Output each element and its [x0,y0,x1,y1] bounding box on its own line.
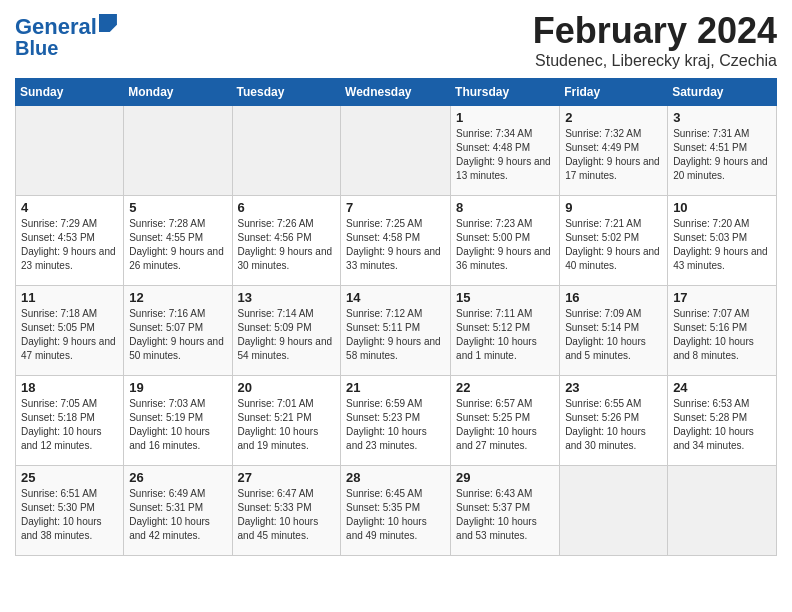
weekday-header-monday: Monday [124,79,232,106]
day-info: Sunrise: 6:59 AM Sunset: 5:23 PM Dayligh… [346,397,445,453]
calendar-table: SundayMondayTuesdayWednesdayThursdayFrid… [15,78,777,556]
weekday-header-wednesday: Wednesday [341,79,451,106]
day-number: 26 [129,470,226,485]
calendar-cell: 12Sunrise: 7:16 AM Sunset: 5:07 PM Dayli… [124,286,232,376]
title-area: February 2024 Studenec, Liberecky kraj, … [533,10,777,70]
calendar-cell: 9Sunrise: 7:21 AM Sunset: 5:02 PM Daylig… [560,196,668,286]
day-number: 3 [673,110,771,125]
calendar-cell: 7Sunrise: 7:25 AM Sunset: 4:58 PM Daylig… [341,196,451,286]
day-info: Sunrise: 7:26 AM Sunset: 4:56 PM Dayligh… [238,217,336,273]
day-info: Sunrise: 6:45 AM Sunset: 5:35 PM Dayligh… [346,487,445,543]
day-info: Sunrise: 7:31 AM Sunset: 4:51 PM Dayligh… [673,127,771,183]
day-number: 25 [21,470,118,485]
weekday-header-friday: Friday [560,79,668,106]
day-number: 12 [129,290,226,305]
calendar-cell: 25Sunrise: 6:51 AM Sunset: 5:30 PM Dayli… [16,466,124,556]
day-info: Sunrise: 7:03 AM Sunset: 5:19 PM Dayligh… [129,397,226,453]
calendar-cell [341,106,451,196]
day-number: 9 [565,200,662,215]
day-number: 6 [238,200,336,215]
calendar-cell [232,106,341,196]
day-info: Sunrise: 7:21 AM Sunset: 5:02 PM Dayligh… [565,217,662,273]
day-number: 22 [456,380,554,395]
day-info: Sunrise: 6:47 AM Sunset: 5:33 PM Dayligh… [238,487,336,543]
calendar-cell: 16Sunrise: 7:09 AM Sunset: 5:14 PM Dayli… [560,286,668,376]
day-number: 29 [456,470,554,485]
day-number: 10 [673,200,771,215]
logo-subtext: Blue [15,38,117,58]
week-row-4: 18Sunrise: 7:05 AM Sunset: 5:18 PM Dayli… [16,376,777,466]
day-number: 24 [673,380,771,395]
day-number: 15 [456,290,554,305]
calendar-cell: 11Sunrise: 7:18 AM Sunset: 5:05 PM Dayli… [16,286,124,376]
day-info: Sunrise: 6:49 AM Sunset: 5:31 PM Dayligh… [129,487,226,543]
week-row-1: 1Sunrise: 7:34 AM Sunset: 4:48 PM Daylig… [16,106,777,196]
calendar-cell: 28Sunrise: 6:45 AM Sunset: 5:35 PM Dayli… [341,466,451,556]
logo-text: General [15,16,97,38]
day-number: 14 [346,290,445,305]
day-number: 21 [346,380,445,395]
calendar-cell: 19Sunrise: 7:03 AM Sunset: 5:19 PM Dayli… [124,376,232,466]
day-info: Sunrise: 7:14 AM Sunset: 5:09 PM Dayligh… [238,307,336,363]
weekday-header-saturday: Saturday [668,79,777,106]
calendar-cell: 3Sunrise: 7:31 AM Sunset: 4:51 PM Daylig… [668,106,777,196]
day-info: Sunrise: 7:23 AM Sunset: 5:00 PM Dayligh… [456,217,554,273]
day-number: 11 [21,290,118,305]
day-number: 2 [565,110,662,125]
day-info: Sunrise: 6:51 AM Sunset: 5:30 PM Dayligh… [21,487,118,543]
week-row-3: 11Sunrise: 7:18 AM Sunset: 5:05 PM Dayli… [16,286,777,376]
day-number: 5 [129,200,226,215]
month-title: February 2024 [533,10,777,52]
calendar-cell: 6Sunrise: 7:26 AM Sunset: 4:56 PM Daylig… [232,196,341,286]
calendar-cell: 29Sunrise: 6:43 AM Sunset: 5:37 PM Dayli… [451,466,560,556]
day-number: 1 [456,110,554,125]
calendar-cell: 24Sunrise: 6:53 AM Sunset: 5:28 PM Dayli… [668,376,777,466]
calendar-cell: 27Sunrise: 6:47 AM Sunset: 5:33 PM Dayli… [232,466,341,556]
day-info: Sunrise: 7:05 AM Sunset: 5:18 PM Dayligh… [21,397,118,453]
calendar-cell: 18Sunrise: 7:05 AM Sunset: 5:18 PM Dayli… [16,376,124,466]
day-number: 8 [456,200,554,215]
day-info: Sunrise: 7:16 AM Sunset: 5:07 PM Dayligh… [129,307,226,363]
calendar-cell: 14Sunrise: 7:12 AM Sunset: 5:11 PM Dayli… [341,286,451,376]
day-info: Sunrise: 7:28 AM Sunset: 4:55 PM Dayligh… [129,217,226,273]
day-info: Sunrise: 7:12 AM Sunset: 5:11 PM Dayligh… [346,307,445,363]
day-info: Sunrise: 7:11 AM Sunset: 5:12 PM Dayligh… [456,307,554,363]
calendar-cell: 26Sunrise: 6:49 AM Sunset: 5:31 PM Dayli… [124,466,232,556]
logo-icon [99,14,117,32]
calendar-cell [668,466,777,556]
day-number: 7 [346,200,445,215]
day-number: 27 [238,470,336,485]
calendar-cell: 1Sunrise: 7:34 AM Sunset: 4:48 PM Daylig… [451,106,560,196]
day-info: Sunrise: 7:34 AM Sunset: 4:48 PM Dayligh… [456,127,554,183]
day-info: Sunrise: 7:25 AM Sunset: 4:58 PM Dayligh… [346,217,445,273]
calendar-cell: 5Sunrise: 7:28 AM Sunset: 4:55 PM Daylig… [124,196,232,286]
weekday-header-sunday: Sunday [16,79,124,106]
day-number: 4 [21,200,118,215]
calendar-cell: 22Sunrise: 6:57 AM Sunset: 5:25 PM Dayli… [451,376,560,466]
day-number: 28 [346,470,445,485]
calendar-cell [560,466,668,556]
weekday-header-row: SundayMondayTuesdayWednesdayThursdayFrid… [16,79,777,106]
location-title: Studenec, Liberecky kraj, Czechia [533,52,777,70]
calendar-cell [124,106,232,196]
day-info: Sunrise: 7:07 AM Sunset: 5:16 PM Dayligh… [673,307,771,363]
day-info: Sunrise: 7:20 AM Sunset: 5:03 PM Dayligh… [673,217,771,273]
calendar-cell [16,106,124,196]
calendar-cell: 23Sunrise: 6:55 AM Sunset: 5:26 PM Dayli… [560,376,668,466]
logo: General Blue [15,14,117,58]
calendar-cell: 17Sunrise: 7:07 AM Sunset: 5:16 PM Dayli… [668,286,777,376]
day-number: 23 [565,380,662,395]
day-number: 18 [21,380,118,395]
day-info: Sunrise: 7:18 AM Sunset: 5:05 PM Dayligh… [21,307,118,363]
day-number: 19 [129,380,226,395]
day-info: Sunrise: 6:55 AM Sunset: 5:26 PM Dayligh… [565,397,662,453]
calendar-cell: 8Sunrise: 7:23 AM Sunset: 5:00 PM Daylig… [451,196,560,286]
calendar-cell: 4Sunrise: 7:29 AM Sunset: 4:53 PM Daylig… [16,196,124,286]
day-info: Sunrise: 7:09 AM Sunset: 5:14 PM Dayligh… [565,307,662,363]
weekday-header-tuesday: Tuesday [232,79,341,106]
calendar-cell: 15Sunrise: 7:11 AM Sunset: 5:12 PM Dayli… [451,286,560,376]
day-info: Sunrise: 6:53 AM Sunset: 5:28 PM Dayligh… [673,397,771,453]
page-header: General Blue February 2024 Studenec, Lib… [15,10,777,70]
week-row-5: 25Sunrise: 6:51 AM Sunset: 5:30 PM Dayli… [16,466,777,556]
calendar-cell: 13Sunrise: 7:14 AM Sunset: 5:09 PM Dayli… [232,286,341,376]
